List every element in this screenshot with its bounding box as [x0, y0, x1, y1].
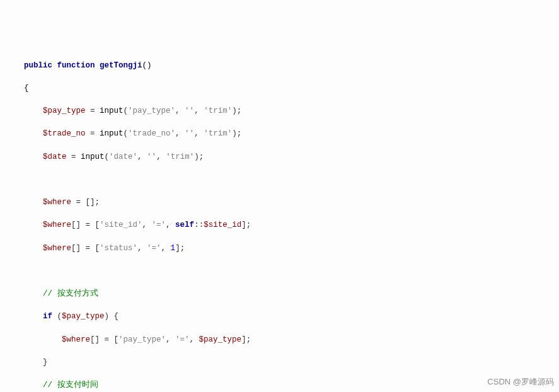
line-date: $date = input('date', '', 'trim');: [5, 151, 554, 163]
line-blank: [5, 265, 554, 277]
line-comment-paytype: // 按支付方式: [5, 288, 554, 299]
line-trade-no: $trade_no = input('trade_no', '', 'trim'…: [5, 128, 554, 139]
code-block: public function getTongji() { $pay_type …: [5, 49, 554, 393]
line-brace-open: {: [5, 83, 554, 94]
line-pay-type: $pay_type = input('pay_type', '', 'trim'…: [5, 105, 554, 117]
line-where-status: $where[] = ['status', '=', 1];: [5, 243, 554, 254]
line-comment-paytime: // 按支付时间: [5, 379, 554, 391]
line-where-init: $where = [];: [5, 197, 554, 208]
line-if-paytype: if ($pay_type) {: [5, 311, 554, 322]
line-where-paytype: $where[] = ['pay_type', '=', $pay_type];: [5, 334, 554, 345]
line-fn-decl: public function getTongji(): [5, 60, 554, 71]
function-name: getTongji: [100, 61, 142, 70]
line-blank: [5, 174, 554, 185]
line-brace-close: }: [5, 357, 554, 368]
line-where-siteid: $where[] = ['site_id', '=', self::$site_…: [5, 219, 554, 231]
